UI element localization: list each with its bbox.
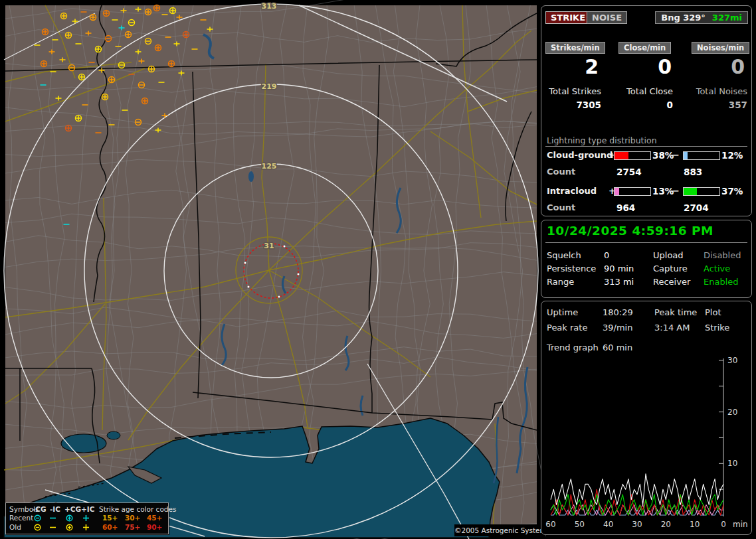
peak-time-label: Peak time: [654, 307, 697, 317]
recent-ic-plus-icon: [82, 514, 90, 522]
minus-sign: −: [672, 186, 680, 196]
ic-pos-bar: [614, 187, 651, 196]
persistence-label: Persistence: [547, 264, 596, 273]
noise-button[interactable]: NOISE: [587, 11, 627, 24]
upload-value: Disabled: [704, 250, 741, 260]
age-15: 15+: [102, 514, 118, 522]
svg-text:10: 10: [690, 520, 700, 529]
legend-col-pos-cg: +CG: [64, 505, 81, 514]
old-ic-plus-icon: [82, 523, 90, 532]
age-45: 45+: [147, 514, 162, 522]
app-window: 31321912531 Symbols -CG -IC +CG +IC Stri…: [0, 0, 756, 539]
bearing-distance: 327mi: [712, 13, 742, 23]
plot-mode-value: Strike: [705, 323, 729, 333]
old-cg-plus-icon: [65, 523, 74, 532]
close-per-min-chip: Close/min: [618, 42, 671, 54]
receiver-value: Enabled: [704, 277, 739, 287]
noises-per-min-chip: Noises/min: [692, 42, 749, 54]
capture-value: Active: [704, 264, 730, 273]
bearing-display: Bng 329°327mi: [655, 11, 748, 24]
peak-time-value: 3:14 AM: [654, 323, 690, 333]
bearing-label: Bng 329°: [661, 13, 706, 23]
legend-recent-label: Recent: [9, 514, 33, 522]
svg-text:125: 125: [262, 162, 277, 171]
strike-stats-panel: STRIKE NOISE Bng 329°327mi Strikes/min C…: [541, 5, 752, 216]
age-90: 90+: [147, 523, 162, 532]
copyright-label: ©2005 Astrogenic Systems: [454, 524, 537, 536]
trend-graph: 1020306050403020100min: [541, 353, 751, 532]
cg-neg-count: 883: [684, 167, 702, 177]
svg-text:31: 31: [264, 242, 274, 250]
uptime-value: 180:29: [603, 307, 633, 317]
divider: [545, 242, 747, 243]
legend-col-pos-ic: +IC: [81, 505, 94, 514]
trend-window-value: 60 min: [603, 343, 632, 352]
svg-text:30: 30: [727, 356, 737, 365]
svg-text:20: 20: [727, 408, 737, 417]
age-30: 30+: [125, 514, 140, 522]
peak-rate-label: Peak rate: [547, 323, 587, 333]
squelch-value: 0: [604, 250, 609, 260]
total-noises-value: 357: [689, 100, 747, 110]
total-close-value: 0: [614, 100, 673, 110]
count-label: Count: [547, 167, 575, 177]
cg-pos-bar: [614, 151, 651, 160]
legend-col-neg-ic: -IC: [50, 505, 60, 514]
plot-label: Plot: [705, 307, 721, 317]
svg-text:40: 40: [603, 520, 613, 529]
status-panel: 10/24/2025 4:59:16 PM Squelch 0 Upload D…: [541, 220, 752, 298]
svg-text:0: 0: [721, 520, 726, 529]
total-strikes-value: 7305: [543, 100, 601, 110]
cg-neg-pct: 12%: [721, 150, 743, 161]
range-value: 313 mi: [604, 277, 634, 287]
ic-neg-count: 2704: [684, 202, 709, 213]
strikes-per-min-chip: Strikes/min: [545, 42, 605, 54]
close-per-min-value: 0: [616, 55, 672, 78]
upload-label: Upload: [653, 250, 684, 260]
old-cg-minus-icon: [33, 523, 42, 532]
legend-old-label: Old: [9, 523, 21, 532]
cg-pos-pct: 38%: [652, 150, 674, 161]
legend-age-title: Strike age color codes: [99, 505, 176, 514]
trend-graph-label: Trend graph: [547, 343, 599, 352]
squelch-label: Squelch: [547, 250, 581, 260]
age-60: 60+: [102, 523, 118, 532]
ic-pos-pct: 13%: [652, 186, 674, 196]
ic-neg-pct: 37%: [721, 186, 743, 196]
strikes-per-min-value: 2: [543, 55, 599, 78]
datetime-display: 10/24/2025 4:59:16 PM: [547, 224, 713, 238]
svg-text:30: 30: [632, 520, 642, 529]
ic-neg-bar: [683, 187, 720, 196]
peak-rate-value: 39/min: [603, 323, 632, 333]
ic-pos-count: 964: [616, 202, 635, 213]
intracloud-label: Intracloud: [547, 186, 597, 196]
age-75: 75+: [125, 523, 140, 532]
count-label: Count: [547, 202, 575, 212]
distribution-title: Lightning type distribution: [547, 135, 657, 145]
noises-per-min-value: 0: [689, 55, 745, 78]
recent-cg-minus-icon: [33, 514, 42, 522]
capture-label: Capture: [653, 264, 688, 273]
recent-cg-plus-icon: [65, 514, 74, 522]
cloud-ground-label: Cloud-ground: [547, 150, 613, 160]
total-noises-label: Total Noises: [689, 86, 747, 96]
cg-pos-count: 2754: [616, 167, 642, 177]
uptime-label: Uptime: [547, 307, 578, 317]
range-label: Range: [547, 277, 574, 287]
recent-ic-minus-icon: [48, 514, 57, 522]
cg-neg-bar: [683, 151, 720, 160]
svg-text:10: 10: [727, 459, 737, 468]
receiver-label: Receiver: [653, 277, 690, 287]
svg-text:313: 313: [262, 2, 277, 11]
lightning-map[interactable]: 31321912531: [5, 5, 537, 536]
svg-text:60: 60: [545, 520, 555, 529]
strike-button[interactable]: STRIKE: [545, 11, 591, 24]
svg-text:min: min: [733, 520, 748, 529]
svg-text:50: 50: [575, 520, 585, 529]
map-legend: Symbols -CG -IC +CG +IC Strike age color…: [5, 502, 169, 534]
minus-sign: −: [672, 150, 680, 160]
map-viewport[interactable]: 31321912531 Symbols -CG -IC +CG +IC Stri…: [5, 5, 537, 536]
persistence-value: 90 min: [604, 264, 634, 273]
divider: [545, 146, 747, 147]
svg-text:219: 219: [262, 82, 277, 91]
